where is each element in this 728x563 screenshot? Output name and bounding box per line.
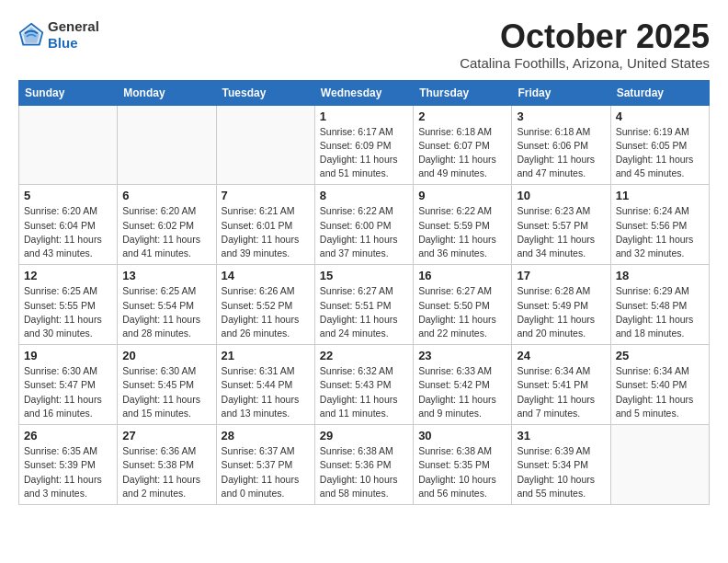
day-number: 20 <box>122 349 210 362</box>
column-header-tuesday: Tuesday <box>216 80 314 105</box>
calendar-cell: 13Sunrise: 6:25 AM Sunset: 5:54 PM Dayli… <box>118 265 216 345</box>
calendar-cell <box>216 105 314 185</box>
calendar-cell: 5Sunrise: 6:20 AM Sunset: 6:04 PM Daylig… <box>19 185 118 265</box>
day-info: Sunrise: 6:25 AM Sunset: 5:54 PM Dayligh… <box>122 284 210 340</box>
day-info: Sunrise: 6:17 AM Sunset: 6:09 PM Dayligh… <box>320 125 408 181</box>
day-info: Sunrise: 6:23 AM Sunset: 5:57 PM Dayligh… <box>517 204 605 260</box>
day-number: 31 <box>517 429 605 442</box>
day-info: Sunrise: 6:27 AM Sunset: 5:50 PM Dayligh… <box>418 284 506 340</box>
day-number: 13 <box>122 269 210 282</box>
day-number: 5 <box>24 189 112 202</box>
column-header-wednesday: Wednesday <box>314 80 413 105</box>
calendar-cell: 23Sunrise: 6:33 AM Sunset: 5:42 PM Dayli… <box>414 345 512 425</box>
calendar-cell: 1Sunrise: 6:17 AM Sunset: 6:09 PM Daylig… <box>314 105 413 185</box>
day-number: 10 <box>517 189 605 202</box>
calendar-cell <box>610 425 709 505</box>
day-number: 16 <box>418 269 506 282</box>
calendar-cell: 17Sunrise: 6:28 AM Sunset: 5:49 PM Dayli… <box>512 265 610 345</box>
title-block: October 2025 Catalina Foothills, Arizona… <box>460 18 710 71</box>
day-number: 26 <box>24 429 112 442</box>
calendar-cell: 21Sunrise: 6:31 AM Sunset: 5:44 PM Dayli… <box>216 345 314 425</box>
day-info: Sunrise: 6:30 AM Sunset: 5:47 PM Dayligh… <box>24 364 112 420</box>
calendar-week-row: 26Sunrise: 6:35 AM Sunset: 5:39 PM Dayli… <box>19 425 710 505</box>
day-number: 30 <box>418 429 506 442</box>
calendar-week-row: 12Sunrise: 6:25 AM Sunset: 5:55 PM Dayli… <box>19 265 710 345</box>
calendar-cell <box>19 105 118 185</box>
day-number: 27 <box>122 429 210 442</box>
calendar-cell: 10Sunrise: 6:23 AM Sunset: 5:57 PM Dayli… <box>512 185 610 265</box>
calendar-week-row: 1Sunrise: 6:17 AM Sunset: 6:09 PM Daylig… <box>19 105 710 185</box>
calendar-cell <box>118 105 216 185</box>
logo-icon <box>18 22 44 48</box>
day-info: Sunrise: 6:29 AM Sunset: 5:48 PM Dayligh… <box>616 284 704 340</box>
calendar-cell: 29Sunrise: 6:38 AM Sunset: 5:36 PM Dayli… <box>314 425 413 505</box>
day-number: 21 <box>222 349 310 362</box>
calendar-cell: 6Sunrise: 6:20 AM Sunset: 6:02 PM Daylig… <box>118 185 216 265</box>
column-header-sunday: Sunday <box>19 80 118 105</box>
calendar-cell: 11Sunrise: 6:24 AM Sunset: 5:56 PM Dayli… <box>610 185 709 265</box>
calendar-week-row: 5Sunrise: 6:20 AM Sunset: 6:04 PM Daylig… <box>19 185 710 265</box>
day-number: 1 <box>320 109 408 123</box>
day-number: 22 <box>320 349 408 362</box>
day-info: Sunrise: 6:30 AM Sunset: 5:45 PM Dayligh… <box>122 364 210 420</box>
day-number: 9 <box>418 189 506 202</box>
day-info: Sunrise: 6:18 AM Sunset: 6:06 PM Dayligh… <box>517 125 605 181</box>
day-info: Sunrise: 6:36 AM Sunset: 5:38 PM Dayligh… <box>122 444 210 500</box>
calendar-cell: 28Sunrise: 6:37 AM Sunset: 5:37 PM Dayli… <box>216 425 314 505</box>
page-header: General Blue October 2025 Catalina Footh… <box>18 18 710 71</box>
day-info: Sunrise: 6:24 AM Sunset: 5:56 PM Dayligh… <box>616 204 704 260</box>
location-title: Catalina Foothills, Arizona, United Stat… <box>460 55 710 71</box>
calendar-cell: 18Sunrise: 6:29 AM Sunset: 5:48 PM Dayli… <box>610 265 709 345</box>
calendar-cell: 12Sunrise: 6:25 AM Sunset: 5:55 PM Dayli… <box>19 265 118 345</box>
day-number: 17 <box>517 269 605 282</box>
day-info: Sunrise: 6:21 AM Sunset: 6:01 PM Dayligh… <box>222 204 310 260</box>
calendar-cell: 25Sunrise: 6:34 AM Sunset: 5:40 PM Dayli… <box>610 345 709 425</box>
day-info: Sunrise: 6:39 AM Sunset: 5:34 PM Dayligh… <box>517 444 605 500</box>
day-number: 24 <box>517 349 605 362</box>
calendar-cell: 22Sunrise: 6:32 AM Sunset: 5:43 PM Dayli… <box>314 345 413 425</box>
column-header-monday: Monday <box>118 80 216 105</box>
month-title: October 2025 <box>460 18 710 55</box>
day-info: Sunrise: 6:27 AM Sunset: 5:51 PM Dayligh… <box>320 284 408 340</box>
calendar-cell: 3Sunrise: 6:18 AM Sunset: 6:06 PM Daylig… <box>512 105 610 185</box>
day-info: Sunrise: 6:22 AM Sunset: 6:00 PM Dayligh… <box>320 204 408 260</box>
day-number: 19 <box>24 349 112 362</box>
day-info: Sunrise: 6:22 AM Sunset: 5:59 PM Dayligh… <box>418 204 506 260</box>
day-number: 25 <box>616 349 704 362</box>
calendar-cell: 7Sunrise: 6:21 AM Sunset: 6:01 PM Daylig… <box>216 185 314 265</box>
day-number: 6 <box>122 189 210 202</box>
calendar-cell: 14Sunrise: 6:26 AM Sunset: 5:52 PM Dayli… <box>216 265 314 345</box>
day-number: 3 <box>517 109 605 123</box>
day-info: Sunrise: 6:26 AM Sunset: 5:52 PM Dayligh… <box>222 284 310 340</box>
calendar-cell: 8Sunrise: 6:22 AM Sunset: 6:00 PM Daylig… <box>314 185 413 265</box>
logo-general-text: General <box>48 18 99 35</box>
column-header-thursday: Thursday <box>414 80 512 105</box>
day-number: 18 <box>616 269 704 282</box>
day-number: 23 <box>418 349 506 362</box>
calendar-cell: 9Sunrise: 6:22 AM Sunset: 5:59 PM Daylig… <box>414 185 512 265</box>
day-info: Sunrise: 6:38 AM Sunset: 5:36 PM Dayligh… <box>320 444 408 500</box>
calendar-cell: 20Sunrise: 6:30 AM Sunset: 5:45 PM Dayli… <box>118 345 216 425</box>
column-header-saturday: Saturday <box>610 80 709 105</box>
day-number: 15 <box>320 269 408 282</box>
day-info: Sunrise: 6:35 AM Sunset: 5:39 PM Dayligh… <box>24 444 112 500</box>
day-info: Sunrise: 6:37 AM Sunset: 5:37 PM Dayligh… <box>222 444 310 500</box>
day-info: Sunrise: 6:33 AM Sunset: 5:42 PM Dayligh… <box>418 364 506 420</box>
day-info: Sunrise: 6:34 AM Sunset: 5:40 PM Dayligh… <box>616 364 704 420</box>
calendar-cell: 4Sunrise: 6:19 AM Sunset: 6:05 PM Daylig… <box>610 105 709 185</box>
calendar-cell: 24Sunrise: 6:34 AM Sunset: 5:41 PM Dayli… <box>512 345 610 425</box>
day-number: 2 <box>418 109 506 123</box>
day-number: 12 <box>24 269 112 282</box>
day-number: 11 <box>616 189 704 202</box>
calendar-cell: 30Sunrise: 6:38 AM Sunset: 5:35 PM Dayli… <box>414 425 512 505</box>
day-info: Sunrise: 6:20 AM Sunset: 6:04 PM Dayligh… <box>24 204 112 260</box>
day-info: Sunrise: 6:25 AM Sunset: 5:55 PM Dayligh… <box>24 284 112 340</box>
day-number: 29 <box>320 429 408 442</box>
day-info: Sunrise: 6:18 AM Sunset: 6:07 PM Dayligh… <box>418 125 506 181</box>
calendar-cell: 26Sunrise: 6:35 AM Sunset: 5:39 PM Dayli… <box>19 425 118 505</box>
day-info: Sunrise: 6:34 AM Sunset: 5:41 PM Dayligh… <box>517 364 605 420</box>
day-info: Sunrise: 6:38 AM Sunset: 5:35 PM Dayligh… <box>418 444 506 500</box>
day-info: Sunrise: 6:19 AM Sunset: 6:05 PM Dayligh… <box>616 125 704 181</box>
logo-blue-text: Blue <box>48 35 99 52</box>
calendar-cell: 16Sunrise: 6:27 AM Sunset: 5:50 PM Dayli… <box>414 265 512 345</box>
